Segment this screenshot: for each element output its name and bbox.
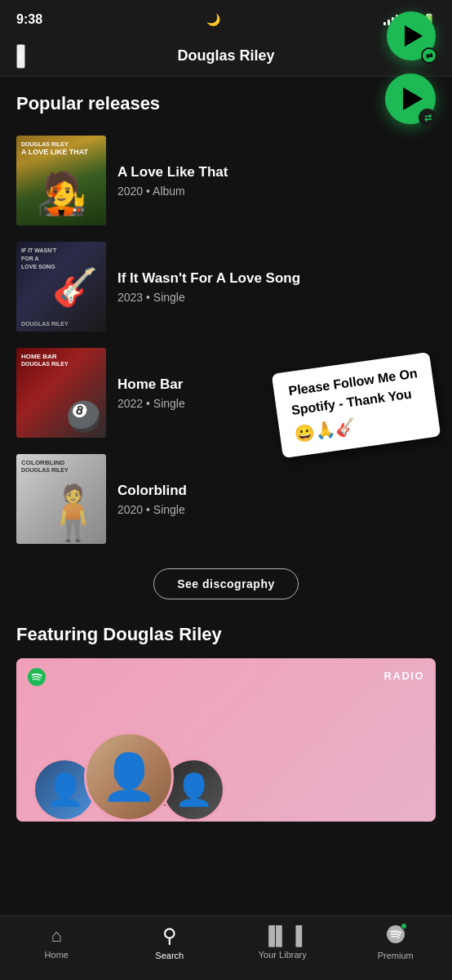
play-fab-button[interactable]: ⇄	[387, 11, 436, 60]
library-icon: ▐▌▐	[262, 925, 303, 947]
release-meta-3: 2022 • Single	[117, 397, 436, 410]
release-item-4[interactable]: ColorblindDouglas Riley 🧍 Colorblind 202…	[0, 446, 452, 552]
back-button[interactable]: ‹	[16, 44, 25, 69]
release-title-2: If It Wasn't For A Love Song	[117, 270, 436, 287]
bottom-nav: ⌂ Home ⚲ Search ▐▌▐ Your Library Premium	[0, 915, 452, 980]
shuffle-small-icon: ⇄	[426, 51, 432, 60]
release-cover-3: Home BarDouglas Riley 🎱	[16, 348, 106, 438]
floating-shuffle-badge: ⇄	[419, 109, 436, 127]
popular-releases-title: Popular releases	[0, 93, 452, 127]
release-cover-4: ColorblindDouglas Riley 🧍	[16, 454, 106, 544]
premium-icon-wrapper	[386, 924, 405, 947]
release-title-3: Home Bar	[117, 376, 436, 394]
home-icon: ⌂	[51, 925, 62, 947]
release-title-1: A Love Like That	[117, 163, 436, 181]
artist-3-icon: 👤	[175, 772, 213, 808]
release-item-2[interactable]: IF IT WASN'TFOR ALOVE SONG DOUGLAS RILEY…	[0, 234, 452, 340]
radio-artists: 👤 👤 👤	[16, 732, 436, 822]
nav-library-label: Your Library	[259, 950, 307, 960]
see-discography-button[interactable]: See discography	[153, 568, 299, 599]
nav-premium-label: Premium	[378, 951, 414, 960]
play-triangle-icon	[405, 25, 423, 47]
popular-releases-section: Popular releases DOUGLAS RILEYA Love Lik…	[0, 93, 452, 552]
nav-search[interactable]: ⚲ Search	[137, 924, 202, 960]
release-info-1: A Love Like That 2020 • Album	[117, 163, 436, 198]
cover-4-title: ColorblindDouglas Riley	[21, 459, 101, 474]
radio-label: RADIO	[384, 670, 424, 682]
release-cover-2: IF IT WASN'TFOR ALOVE SONG DOUGLAS RILEY…	[16, 242, 106, 332]
cover-3-title: Home BarDouglas Riley	[21, 353, 101, 368]
nav-home-label: Home	[45, 950, 69, 960]
nav-search-label: Search	[155, 951, 184, 960]
nav-library[interactable]: ▐▌▐ Your Library	[250, 925, 315, 960]
status-time: 9:38	[16, 12, 42, 27]
artist-1-icon: 👤	[46, 772, 84, 808]
nav-premium[interactable]: Premium	[363, 924, 428, 960]
spotify-logo	[28, 668, 46, 689]
release-meta-2: 2023 • Single	[117, 291, 436, 304]
release-info-3: Home Bar 2022 • Single	[117, 376, 436, 410]
artist-2-icon: 👤	[101, 751, 157, 804]
premium-notification-dot	[401, 923, 407, 929]
cover-1-artist-text: DOUGLAS RILEYA Love Like That	[21, 140, 101, 158]
release-meta-4: 2020 • Single	[117, 503, 436, 516]
featuring-title: Featuring Douglas Riley	[0, 624, 452, 658]
nav-home[interactable]: ⌂ Home	[24, 925, 89, 960]
floating-shuffle-icon: ⇄	[424, 113, 432, 123]
shuffle-indicator: ⇄	[421, 47, 437, 64]
release-info-4: Colorblind 2020 • Single	[117, 482, 436, 516]
bottom-spacer	[0, 822, 452, 911]
radio-card[interactable]: RADIO 👤 👤 👤 las R...	[16, 658, 436, 822]
search-icon: ⚲	[162, 924, 177, 947]
cover-2-artist: DOUGLAS RILEY	[21, 321, 101, 327]
release-item-1[interactable]: DOUGLAS RILEYA Love Like That 🧑‍🎤 A Love…	[0, 127, 452, 234]
header: ‹ Douglas Riley ⇄	[0, 36, 452, 77]
release-cover-1: DOUGLAS RILEYA Love Like That 🧑‍🎤	[16, 136, 106, 225]
content-area: Popular releases DOUGLAS RILEYA Love Lik…	[0, 77, 452, 928]
moon-icon: 🌙	[206, 13, 220, 26]
artist-circle-2: 👤	[84, 732, 174, 822]
status-bar: 9:38 🌙 📶 🔋	[0, 0, 452, 36]
release-item-3[interactable]: Home BarDouglas Riley 🎱 Home Bar 2022 • …	[0, 340, 452, 446]
release-info-2: If It Wasn't For A Love Song 2023 • Sing…	[117, 270, 436, 304]
floating-play-button[interactable]: ⇄	[385, 74, 436, 124]
page-title: Douglas Riley	[177, 47, 274, 65]
floating-play-icon	[403, 87, 423, 110]
release-meta-1: 2020 • Album	[117, 185, 436, 198]
cover-2-text: IF IT WASN'TFOR ALOVE SONG	[21, 247, 101, 270]
release-title-4: Colorblind	[117, 482, 436, 500]
discography-btn-wrapper: See discography	[0, 552, 452, 624]
